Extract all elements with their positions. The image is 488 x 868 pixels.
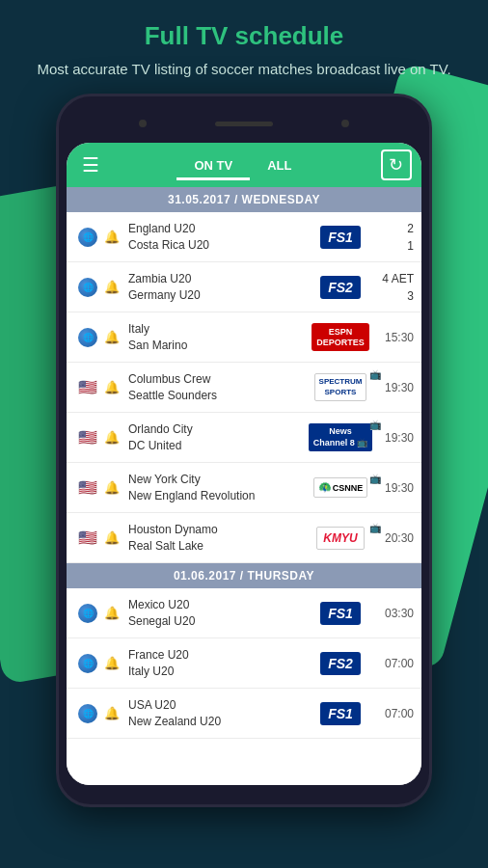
match-row: 🇺🇸 🔔 Houston Dynamo Real Salt Lake 📺 KMY… <box>67 513 421 563</box>
tv-icon: 📺 <box>369 474 381 484</box>
teams-col: England U20 Costa Rica U20 <box>128 221 298 254</box>
team1-name: France U20 <box>128 647 298 664</box>
channel-col: FS2 <box>302 276 379 299</box>
teams-col: France U20 Italy U20 <box>128 647 298 680</box>
speaker <box>215 122 273 126</box>
match-row: 🇺🇸 🔔 New York City New England Revolutio… <box>67 463 421 513</box>
score-col: 15:30 <box>379 331 414 344</box>
bell-col[interactable]: 🔔 <box>104 430 122 445</box>
channel-badge-spectrum: SPECTRUMSPORTS <box>314 373 367 401</box>
team2-name: Germany U20 <box>128 287 298 304</box>
flag-col: 🌐 <box>74 228 101 247</box>
camera-dot <box>139 120 147 127</box>
flag-us: 🇺🇸 <box>78 428 97 447</box>
channel-col: FS1 <box>302 602 379 625</box>
bell-col[interactable]: 🔔 <box>104 656 122 670</box>
score: 4 AET3 <box>379 270 414 305</box>
score-col: 03:30 <box>379 607 414 620</box>
page-subtitle: Most accurate TV listing of soccer match… <box>19 59 469 79</box>
flag-col: 🌐 <box>74 328 101 347</box>
bell-col[interactable]: 🔔 <box>104 706 122 720</box>
score-col: 21 <box>379 220 414 255</box>
tab-all[interactable]: ALL <box>250 152 309 178</box>
channel-badge-fs1: FS1 <box>320 226 361 249</box>
page-header: Full TV schedule Most accurate TV listin… <box>0 0 488 89</box>
channel-badge-fs1: FS1 <box>320 702 361 725</box>
nav-tabs: ON TV ALL <box>176 152 309 178</box>
globe-icon: 🌐 <box>78 704 97 723</box>
match-time: 19:30 <box>379 381 414 394</box>
match-time: 15:30 <box>379 331 414 344</box>
bell-col[interactable]: 🔔 <box>104 606 122 620</box>
nav-bar: ☰ ON TV ALL ↻ <box>67 143 421 187</box>
team1-name: Mexico U20 <box>128 597 298 613</box>
score-col: 20:30 <box>379 531 414 545</box>
globe-icon: 🌐 <box>78 328 97 347</box>
team2-name: New England Revolution <box>128 488 298 504</box>
channel-col: 📺 NewsChannel 8 📺 <box>302 423 379 451</box>
tv-icon: 📺 <box>369 420 381 430</box>
teams-col: New York City New England Revolution <box>128 472 298 504</box>
teams-col: Orlando City DC United <box>128 421 298 454</box>
team2-name: New Zealand U20 <box>128 714 298 730</box>
score-col: 07:00 <box>379 707 414 720</box>
team1-name: England U20 <box>128 221 298 237</box>
date-header: 31.05.2017 / WEDNESDAY <box>67 187 421 212</box>
bell-col[interactable]: 🔔 <box>104 480 122 495</box>
bell-col[interactable]: 🔔 <box>104 230 122 244</box>
channel-badge-kmyu: KMYU <box>316 527 364 550</box>
bell-col[interactable]: 🔔 <box>104 380 122 394</box>
channel-badge-fs1: FS1 <box>320 602 361 625</box>
channel-badge-csn: 🦚CSNNЕ <box>313 477 368 498</box>
match-row: 🇺🇸 🔔 Columbus Crew Seattle Sounders 📺 SP… <box>67 363 421 413</box>
flag-col: 🇺🇸 <box>74 529 101 547</box>
flag-col: 🌐 <box>74 278 101 297</box>
match-time: 19:30 <box>379 481 414 495</box>
flag-us: 🇺🇸 <box>78 529 97 547</box>
flag-col: 🇺🇸 <box>74 428 101 447</box>
flag-us: 🇺🇸 <box>78 478 97 497</box>
score-col: 19:30 <box>379 431 414 445</box>
score-col: 19:30 <box>379 481 414 495</box>
team2-name: Italy U20 <box>128 664 298 680</box>
match-row: 🌐 🔔 Mexico U20 Senegal U20 FS1 03:30 <box>67 588 421 638</box>
team1-name: Columbus Crew <box>128 371 298 388</box>
team2-name: Seattle Sounders <box>128 388 298 404</box>
flag-col: 🇺🇸 <box>74 378 101 396</box>
match-row: 🌐 🔔 England U20 Costa Rica U20 FS1 21 <box>67 212 421 262</box>
bell-col[interactable]: 🔔 <box>104 330 122 344</box>
channel-badge-news8: NewsChannel 8 📺 <box>309 423 373 451</box>
channel-col: 📺 KMYU <box>302 527 379 550</box>
team1-name: Orlando City <box>128 421 298 438</box>
team1-name: Houston Dynamo <box>128 522 298 538</box>
match-time: 07:00 <box>379 707 414 720</box>
date-header: 01.06.2017 / THURSDAY <box>67 563 421 588</box>
teams-col: Houston Dynamo Real Salt Lake <box>128 522 298 555</box>
match-time: 19:30 <box>379 431 414 445</box>
tv-icon: 📺 <box>369 369 381 380</box>
menu-icon[interactable]: ☰ <box>76 148 105 182</box>
match-row: 🌐 🔔 Zambia U20 Germany U20 FS2 4 AET3 <box>67 262 421 312</box>
channel-col: FS2 <box>302 652 379 675</box>
globe-icon: 🌐 <box>78 604 97 623</box>
team1-name: Italy <box>128 321 298 338</box>
score-col: 07:00 <box>379 657 414 670</box>
flag-us: 🇺🇸 <box>78 378 97 396</box>
match-time: 03:30 <box>379 607 414 620</box>
tab-on-tv[interactable]: ON TV <box>176 152 250 178</box>
team2-name: DC United <box>128 438 298 454</box>
bell-col[interactable]: 🔔 <box>104 280 122 294</box>
phone-frame: ☰ ON TV ALL ↻ 31.05.2017 / WEDNESDAY 🌐 🔔… <box>56 94 432 807</box>
tv-icon: 📺 <box>369 523 381 533</box>
teams-col: Mexico U20 Senegal U20 <box>128 597 298 630</box>
globe-icon: 🌐 <box>78 278 97 297</box>
refresh-button[interactable]: ↻ <box>381 149 412 180</box>
match-row: 🌐 🔔 France U20 Italy U20 FS2 07:00 <box>67 638 421 689</box>
teams-col: Columbus Crew Seattle Sounders <box>128 371 298 404</box>
bell-col[interactable]: 🔔 <box>104 530 122 545</box>
match-row: 🌐 🔔 USA U20 New Zealand U20 FS1 07:00 <box>67 689 421 739</box>
score-col: 19:30 <box>379 381 414 394</box>
team1-name: Zambia U20 <box>128 271 298 287</box>
team2-name: San Marino <box>128 338 298 354</box>
flag-col: 🌐 <box>74 654 101 673</box>
